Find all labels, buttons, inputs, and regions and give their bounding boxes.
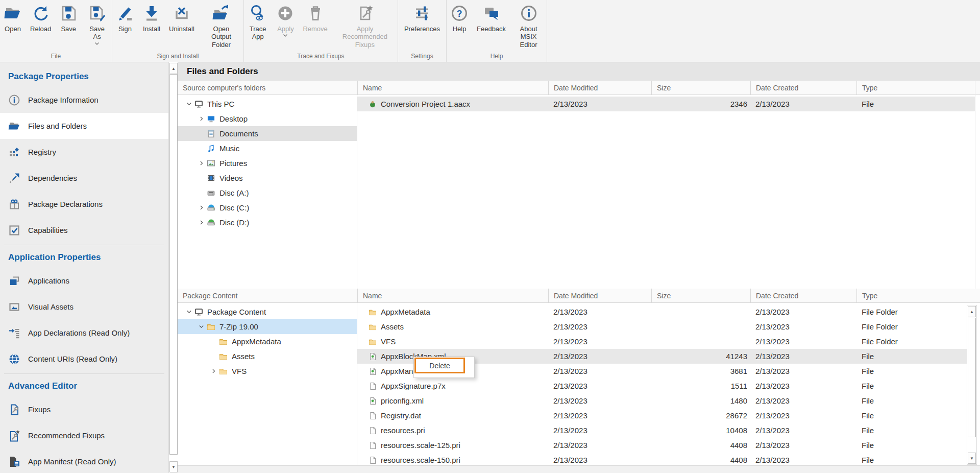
tree-item-videos[interactable]: Videos [178,171,357,185]
tree-item-label: Pictures [219,159,247,168]
scroll-down-button[interactable]: ▼ [169,461,178,472]
table-row[interactable]: AppxSignature.p7x 2/13/2023 1511 2/13/20… [357,379,970,393]
tree-item-appxmetadata[interactable]: AppxMetadata [178,334,357,349]
apply-recommended-fixups-button[interactable]: Apply Recommended Fixups [332,3,398,49]
date-modified: 2/13/2023 [548,308,651,316]
about-msix-editor-button[interactable]: About MSIX Editor [510,3,547,49]
sidebar-item-label: Recommended Fixups [28,431,105,440]
xml-file-icon [369,367,377,375]
sidebar-item-registry[interactable]: Registry [0,139,168,165]
column-header-size[interactable]: Size [651,289,750,302]
tree-item-disc-c[interactable]: Disc (C:) [178,200,357,215]
chevron-right-icon[interactable] [196,219,206,226]
table-row[interactable]: AppxMetadata 2/13/2023 2/13/2023 File Fo… [357,304,970,319]
table-row[interactable]: priconfig.xml 2/13/2023 1480 2/13/2023 F… [357,393,970,408]
chevron-right-icon[interactable] [196,204,206,211]
tree-item-pictures[interactable]: Pictures [178,156,357,171]
scrollbar-thumb[interactable] [169,74,178,455]
tree-item-assets[interactable]: Assets [178,349,357,364]
feedback-button[interactable]: Feedback [473,3,509,49]
tree-header[interactable]: Source computer's folders [178,81,357,94]
sidebar-section-heading: Application Properties [0,245,168,268]
sidebar-item-content-uris[interactable]: Content URIs (Read Only) [0,346,168,372]
sidebar-item-fixups[interactable]: Fixups [0,396,168,422]
gift-box-icon [8,198,20,210]
sidebar-item-app-manifest[interactable]: App Manifest (Read Only) [0,448,168,473]
table-row[interactable]: Registry.dat 2/13/2023 28672 2/13/2023 F… [357,408,970,423]
column-header-name[interactable]: Name [357,289,548,302]
chevron-down-icon[interactable] [184,101,194,108]
table-scrollbar[interactable]: ▲ ▼ [967,305,977,465]
table-row[interactable]: Conversion Project 1.aacx 2/13/2023 2346… [357,97,975,111]
chevron-down-icon[interactable] [283,34,288,37]
tree-item-music[interactable]: Music [178,141,357,156]
remove-button[interactable]: Remove [299,3,331,49]
tree-item-7zip[interactable]: 7-Zip 19.00 [178,319,357,334]
sidebar-item-capabilities[interactable]: Capabilities [0,217,168,243]
file-size: 4408 [651,456,750,464]
tree-item-disc-d[interactable]: Disc (D:) [178,215,357,230]
chevron-down-icon[interactable] [184,309,194,316]
open-output-folder-button[interactable]: Open Output Folder [199,3,243,49]
chevron-right-icon[interactable] [208,368,218,375]
reload-button[interactable]: Reload [27,3,55,45]
chevron-right-icon[interactable] [196,115,206,123]
file-icon [369,382,377,390]
chevron-down-icon[interactable] [196,323,206,330]
tree-header[interactable]: Package Content [178,289,357,302]
tree-item-documents[interactable]: Documents [178,126,357,141]
save-as-button[interactable]: Save As [82,3,112,45]
column-header-size[interactable]: Size [651,81,750,94]
table-row[interactable]: resources.pri 2/13/2023 10408 2/13/2023 … [357,423,970,438]
open-output-folder-icon [212,4,230,22]
column-header-date-created[interactable]: Date Created [750,81,856,94]
scrollbar-thumb[interactable] [968,318,976,437]
open-folder-icon [4,4,22,22]
table-row[interactable]: Assets 2/13/2023 2/13/2023 File Folder [357,319,970,334]
apply-button[interactable]: Apply [273,3,298,49]
sidebar-item-app-declarations[interactable]: App Declarations (Read Only) [0,320,168,346]
folder-open-icon [8,120,20,132]
column-header-date-modified[interactable]: Date Modified [548,81,651,94]
sidebar-item-visual-assets[interactable]: Visual Assets [0,294,168,320]
column-header-name[interactable]: Name [357,81,548,94]
preferences-button[interactable]: Preferences [401,3,444,33]
column-header-type[interactable]: Type [856,81,980,94]
column-header-type[interactable]: Type [856,289,980,302]
sidebar-item-applications[interactable]: Applications [0,268,168,294]
table-row[interactable]: resources.scale-125.pri 2/13/2023 4408 2… [357,438,970,453]
package-content-tree: Package Content 7-Zip 19.00 AppxMetadata… [178,303,357,466]
tree-item-desktop[interactable]: Desktop [178,111,357,126]
uninstall-x-icon [173,4,191,22]
tree-item-package-content[interactable]: Package Content [178,304,357,319]
context-menu-item-delete[interactable]: Delete [414,358,465,373]
sign-button[interactable]: Sign [112,3,138,49]
trace-app-button[interactable]: Trace App [244,3,272,49]
tree-item-vfs[interactable]: VFS [178,364,357,379]
sidebar-item-files-and-folders[interactable]: Files and Folders [0,113,168,139]
scroll-up-button[interactable]: ▲ [968,306,976,317]
install-button[interactable]: Install [139,3,164,49]
sidebar-scrollbar[interactable]: ▲ ▼ [168,62,178,473]
sidebar-item-package-declarations[interactable]: Package Declarations [0,191,168,217]
ribbon-group-settings: Preferences Settings [398,0,447,62]
uninstall-button[interactable]: Uninstall [165,3,198,49]
file-type: File Folder [856,322,970,331]
table-row[interactable]: VFS 2/13/2023 2/13/2023 File Folder [357,334,970,349]
column-header-date-created[interactable]: Date Created [750,289,856,302]
scroll-up-button[interactable]: ▲ [169,63,178,74]
button-label: Preferences [404,25,440,33]
sidebar-item-package-information[interactable]: Package Information [0,87,168,113]
help-button[interactable]: Help [447,3,472,49]
save-button[interactable]: Save [56,3,81,45]
open-button[interactable]: Open [0,3,26,45]
chevron-right-icon[interactable] [196,160,206,167]
sidebar-item-dependencies[interactable]: Dependencies [0,165,168,191]
sidebar-item-recommended-fixups[interactable]: Recommended Fixups [0,422,168,448]
column-header-date-modified[interactable]: Date Modified [548,289,651,302]
sidebar-item-label: Package Information [28,96,99,104]
scroll-down-button[interactable]: ▼ [968,453,976,464]
tree-item-disc-a[interactable]: Disc (A:) [178,185,357,200]
tree-item-this-pc[interactable]: This PC [178,97,357,111]
chevron-down-icon[interactable] [94,42,100,45]
